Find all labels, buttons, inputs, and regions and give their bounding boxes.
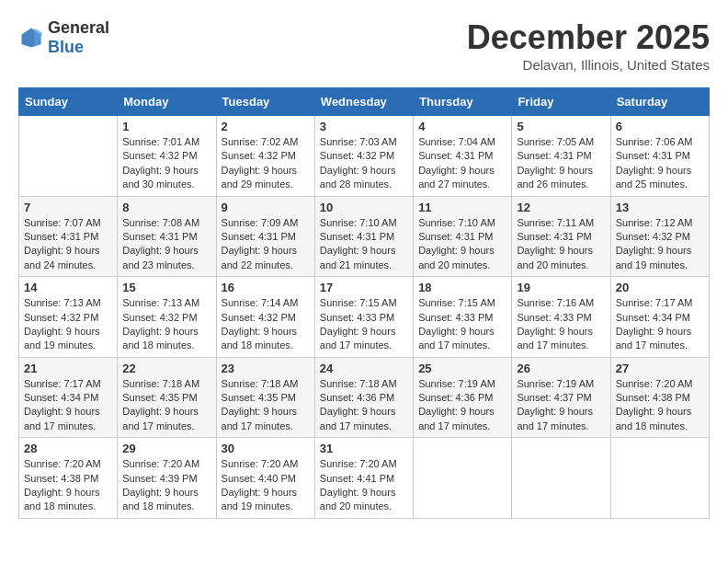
cell-info: Sunrise: 7:18 AM Sunset: 4:36 PM Dayligh… (320, 377, 408, 434)
day-number: 27 (616, 362, 704, 375)
day-number: 16 (222, 281, 310, 294)
weekday-header-tuesday: Tuesday (216, 88, 314, 116)
day-number: 19 (517, 281, 605, 294)
week-row-4: 21Sunrise: 7:17 AM Sunset: 4:34 PM Dayli… (19, 357, 710, 438)
day-number: 28 (24, 442, 112, 455)
cell-info: Sunrise: 7:12 AM Sunset: 4:32 PM Dayligh… (616, 216, 704, 273)
day-number: 5 (517, 120, 605, 133)
logo-text: General Blue (48, 18, 109, 57)
cell-info: Sunrise: 7:10 AM Sunset: 4:31 PM Dayligh… (418, 216, 506, 273)
page-header: General Blue December 2025 Delavan, Illi… (18, 18, 710, 73)
day-number: 12 (517, 201, 605, 214)
day-number: 29 (122, 442, 210, 455)
cell-info: Sunrise: 7:20 AM Sunset: 4:38 PM Dayligh… (24, 457, 112, 514)
calendar-cell: 6Sunrise: 7:06 AM Sunset: 4:31 PM Daylig… (610, 116, 709, 197)
cell-info: Sunrise: 7:03 AM Sunset: 4:32 PM Dayligh… (320, 135, 408, 192)
day-number: 6 (616, 120, 704, 133)
week-row-2: 7Sunrise: 7:07 AM Sunset: 4:31 PM Daylig… (19, 196, 710, 277)
cell-info: Sunrise: 7:04 AM Sunset: 4:31 PM Dayligh… (418, 135, 506, 192)
calendar-table: SundayMondayTuesdayWednesdayThursdayFrid… (18, 87, 710, 519)
calendar-cell: 11Sunrise: 7:10 AM Sunset: 4:31 PM Dayli… (414, 196, 512, 277)
cell-info: Sunrise: 7:07 AM Sunset: 4:31 PM Dayligh… (24, 216, 112, 273)
calendar-cell: 29Sunrise: 7:20 AM Sunset: 4:39 PM Dayli… (118, 438, 216, 519)
cell-info: Sunrise: 7:09 AM Sunset: 4:31 PM Dayligh… (222, 216, 310, 273)
calendar-cell: 14Sunrise: 7:13 AM Sunset: 4:32 PM Dayli… (19, 277, 118, 358)
cell-info: Sunrise: 7:18 AM Sunset: 4:35 PM Dayligh… (122, 377, 210, 434)
day-number: 7 (24, 201, 112, 214)
cell-info: Sunrise: 7:01 AM Sunset: 4:32 PM Dayligh… (122, 135, 210, 192)
calendar-cell: 5Sunrise: 7:05 AM Sunset: 4:31 PM Daylig… (512, 116, 610, 197)
calendar-cell: 26Sunrise: 7:19 AM Sunset: 4:37 PM Dayli… (512, 357, 610, 438)
calendar-cell: 25Sunrise: 7:19 AM Sunset: 4:36 PM Dayli… (414, 357, 512, 438)
cell-info: Sunrise: 7:20 AM Sunset: 4:41 PM Dayligh… (320, 457, 408, 514)
calendar-cell: 3Sunrise: 7:03 AM Sunset: 4:32 PM Daylig… (314, 116, 413, 197)
day-number: 18 (418, 281, 506, 294)
calendar-cell: 20Sunrise: 7:17 AM Sunset: 4:34 PM Dayli… (610, 277, 709, 358)
day-number: 22 (122, 362, 210, 375)
cell-info: Sunrise: 7:14 AM Sunset: 4:32 PM Dayligh… (222, 296, 310, 353)
calendar-cell: 17Sunrise: 7:15 AM Sunset: 4:33 PM Dayli… (314, 277, 413, 358)
cell-info: Sunrise: 7:19 AM Sunset: 4:37 PM Dayligh… (517, 377, 605, 434)
day-number: 21 (24, 362, 112, 375)
day-number: 20 (616, 281, 704, 294)
calendar-cell: 22Sunrise: 7:18 AM Sunset: 4:35 PM Dayli… (118, 357, 216, 438)
calendar-cell (512, 438, 610, 519)
day-number: 2 (222, 120, 310, 133)
calendar-cell: 13Sunrise: 7:12 AM Sunset: 4:32 PM Dayli… (610, 196, 709, 277)
day-number: 10 (320, 201, 408, 214)
day-number: 1 (122, 120, 210, 133)
day-number: 26 (517, 362, 605, 375)
cell-info: Sunrise: 7:10 AM Sunset: 4:31 PM Dayligh… (320, 216, 408, 273)
day-number: 24 (320, 362, 408, 375)
logo-general: General (48, 18, 109, 37)
weekday-header-wednesday: Wednesday (314, 88, 413, 116)
day-number: 8 (122, 201, 210, 214)
calendar-cell (19, 116, 118, 197)
week-row-5: 28Sunrise: 7:20 AM Sunset: 4:38 PM Dayli… (19, 438, 710, 519)
calendar-cell: 16Sunrise: 7:14 AM Sunset: 4:32 PM Dayli… (216, 277, 314, 358)
month-title: December 2025 (467, 18, 710, 57)
calendar-cell: 4Sunrise: 7:04 AM Sunset: 4:31 PM Daylig… (414, 116, 512, 197)
cell-info: Sunrise: 7:20 AM Sunset: 4:38 PM Dayligh… (616, 377, 704, 434)
location-title: Delavan, Illinois, United States (467, 57, 710, 73)
day-number: 9 (222, 201, 310, 214)
day-number: 13 (616, 201, 704, 214)
cell-info: Sunrise: 7:05 AM Sunset: 4:31 PM Dayligh… (517, 135, 605, 192)
week-row-1: 1Sunrise: 7:01 AM Sunset: 4:32 PM Daylig… (19, 116, 710, 197)
weekday-header-friday: Friday (512, 88, 610, 116)
cell-info: Sunrise: 7:02 AM Sunset: 4:32 PM Dayligh… (222, 135, 310, 192)
calendar-cell: 30Sunrise: 7:20 AM Sunset: 4:40 PM Dayli… (216, 438, 314, 519)
cell-info: Sunrise: 7:06 AM Sunset: 4:31 PM Dayligh… (616, 135, 704, 192)
calendar-cell: 10Sunrise: 7:10 AM Sunset: 4:31 PM Dayli… (314, 196, 413, 277)
day-number: 15 (122, 281, 210, 294)
cell-info: Sunrise: 7:11 AM Sunset: 4:31 PM Dayligh… (517, 216, 605, 273)
day-number: 4 (418, 120, 506, 133)
day-number: 17 (320, 281, 408, 294)
calendar-cell: 19Sunrise: 7:16 AM Sunset: 4:33 PM Dayli… (512, 277, 610, 358)
cell-info: Sunrise: 7:17 AM Sunset: 4:34 PM Dayligh… (24, 377, 112, 434)
weekday-header-saturday: Saturday (610, 88, 709, 116)
logo-blue: Blue (48, 38, 84, 56)
cell-info: Sunrise: 7:15 AM Sunset: 4:33 PM Dayligh… (320, 296, 408, 353)
cell-info: Sunrise: 7:13 AM Sunset: 4:32 PM Dayligh… (24, 296, 112, 353)
day-number: 11 (418, 201, 506, 214)
calendar-cell: 28Sunrise: 7:20 AM Sunset: 4:38 PM Dayli… (19, 438, 118, 519)
calendar-cell: 15Sunrise: 7:13 AM Sunset: 4:32 PM Dayli… (118, 277, 216, 358)
calendar-cell: 27Sunrise: 7:20 AM Sunset: 4:38 PM Dayli… (610, 357, 709, 438)
day-number: 23 (222, 362, 310, 375)
calendar-cell (610, 438, 709, 519)
day-number: 30 (222, 442, 310, 455)
week-row-3: 14Sunrise: 7:13 AM Sunset: 4:32 PM Dayli… (19, 277, 710, 358)
calendar-cell: 21Sunrise: 7:17 AM Sunset: 4:34 PM Dayli… (19, 357, 118, 438)
logo-icon (18, 25, 44, 51)
calendar-cell: 12Sunrise: 7:11 AM Sunset: 4:31 PM Dayli… (512, 196, 610, 277)
calendar-cell: 31Sunrise: 7:20 AM Sunset: 4:41 PM Dayli… (314, 438, 413, 519)
weekday-header-monday: Monday (118, 88, 216, 116)
calendar-cell: 24Sunrise: 7:18 AM Sunset: 4:36 PM Dayli… (314, 357, 413, 438)
weekday-header-row: SundayMondayTuesdayWednesdayThursdayFrid… (19, 88, 710, 116)
calendar-cell: 8Sunrise: 7:08 AM Sunset: 4:31 PM Daylig… (118, 196, 216, 277)
calendar-cell: 1Sunrise: 7:01 AM Sunset: 4:32 PM Daylig… (118, 116, 216, 197)
calendar-cell: 9Sunrise: 7:09 AM Sunset: 4:31 PM Daylig… (216, 196, 314, 277)
day-number: 31 (320, 442, 408, 455)
weekday-header-thursday: Thursday (414, 88, 512, 116)
